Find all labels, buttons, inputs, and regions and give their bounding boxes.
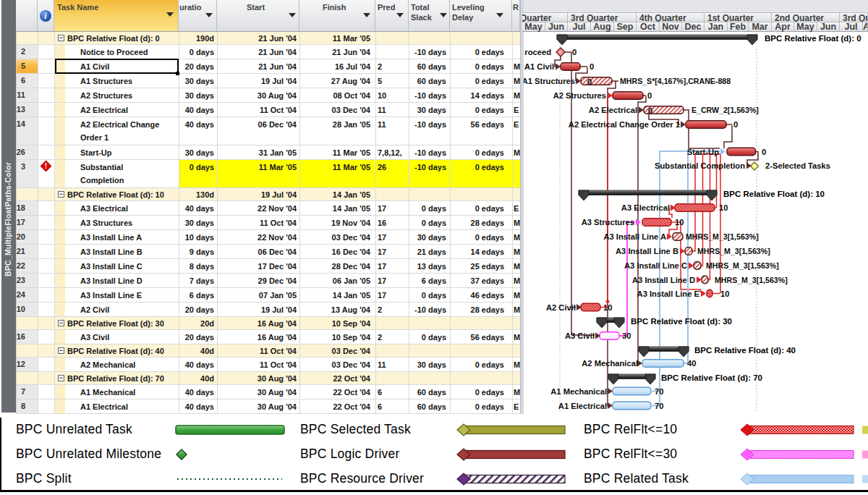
svg-text:Substantial Completion: Substantial Completion bbox=[655, 161, 745, 170]
svg-text:70: 70 bbox=[655, 402, 663, 410]
svg-text:2-Selected Tasks: 2-Selected Tasks bbox=[765, 161, 830, 170]
svg-text:A3 Electrical: A3 Electrical bbox=[621, 203, 670, 212]
svg-text:A1 Electrical: A1 Electrical bbox=[558, 402, 607, 410]
svg-text:A2 Mechanical: A2 Mechanical bbox=[582, 359, 638, 368]
svg-text:MHRS_M_3[1,563%]: MHRS_M_3[1,563%] bbox=[686, 232, 759, 241]
svg-text:0: 0 bbox=[648, 106, 652, 115]
svg-text:MHRS_M_3[1,563%]: MHRS_M_3[1,563%] bbox=[697, 247, 770, 255]
svg-text:A3 Install Line C: A3 Install Line C bbox=[624, 261, 687, 270]
svg-text:MHRS_M_3[1,563%]: MHRS_M_3[1,563%] bbox=[706, 261, 779, 270]
svg-text:40: 40 bbox=[687, 359, 696, 368]
svg-text:A3 Install Line B: A3 Install Line B bbox=[616, 247, 678, 255]
svg-text:A1 Structures: A1 Structures bbox=[524, 77, 575, 85]
svg-text:BPC Relative Float (d): 70: BPC Relative Float (d): 70 bbox=[661, 373, 762, 382]
svg-text:0: 0 bbox=[762, 148, 766, 156]
svg-text:A3 Civil: A3 Civil bbox=[565, 331, 595, 340]
svg-text:A3 Install Line E: A3 Install Line E bbox=[637, 289, 700, 298]
svg-text:0: 0 bbox=[572, 48, 576, 56]
svg-text:0: 0 bbox=[590, 62, 594, 71]
svg-text:10: 10 bbox=[675, 218, 684, 227]
svg-text:roceed: roceed bbox=[524, 48, 551, 56]
svg-text:A2 Civil: A2 Civil bbox=[546, 303, 576, 312]
svg-text:10: 10 bbox=[719, 203, 728, 212]
svg-text:30: 30 bbox=[622, 331, 631, 340]
svg-text:MHRS_S*[4,167%],CRANE-888: MHRS_S*[4,167%],CRANE-888 bbox=[620, 77, 731, 85]
svg-text:BPC Relative Float (d): 40: BPC Relative Float (d): 40 bbox=[694, 346, 796, 355]
svg-text:A2 Electrical Change Order 1: A2 Electrical Change Order 1 bbox=[569, 120, 680, 129]
svg-text:10: 10 bbox=[720, 289, 729, 298]
svg-text:0: 0 bbox=[733, 120, 738, 129]
svg-text:A3 Install Line D: A3 Install Line D bbox=[632, 276, 695, 284]
svg-text:A3 Structures: A3 Structures bbox=[582, 218, 634, 227]
svg-text:BPC Relative Float (d): 10: BPC Relative Float (d): 10 bbox=[723, 190, 825, 198]
svg-text:A3 Install Line A: A3 Install Line A bbox=[603, 232, 666, 241]
svg-text:A1 Mechanical: A1 Mechanical bbox=[550, 387, 607, 396]
svg-text:0: 0 bbox=[647, 91, 652, 100]
svg-text:E_CRW_2[1,563%]: E_CRW_2[1,563%] bbox=[692, 106, 759, 114]
svg-text:BPC Relative Float (d): 0: BPC Relative Float (d): 0 bbox=[765, 34, 861, 43]
svg-text:BPC Relative Float (d): 30: BPC Relative Float (d): 30 bbox=[631, 317, 732, 326]
svg-text:0: 0 bbox=[587, 77, 592, 86]
svg-text:A2 Structures: A2 Structures bbox=[553, 91, 606, 100]
svg-text:MHRS_M_3[1,563%]: MHRS_M_3[1,563%] bbox=[715, 276, 788, 284]
svg-text:10: 10 bbox=[603, 303, 612, 312]
svg-text:A1 Civil: A1 Civil bbox=[524, 62, 554, 71]
svg-text:Start-Up: Start-Up bbox=[687, 148, 719, 156]
svg-text:A2 Electrical: A2 Electrical bbox=[589, 106, 637, 114]
svg-text:70: 70 bbox=[655, 387, 663, 396]
svg-text:BPC_MultipleFloatPaths-Color: BPC_MultipleFloatPaths-Color bbox=[4, 162, 12, 276]
